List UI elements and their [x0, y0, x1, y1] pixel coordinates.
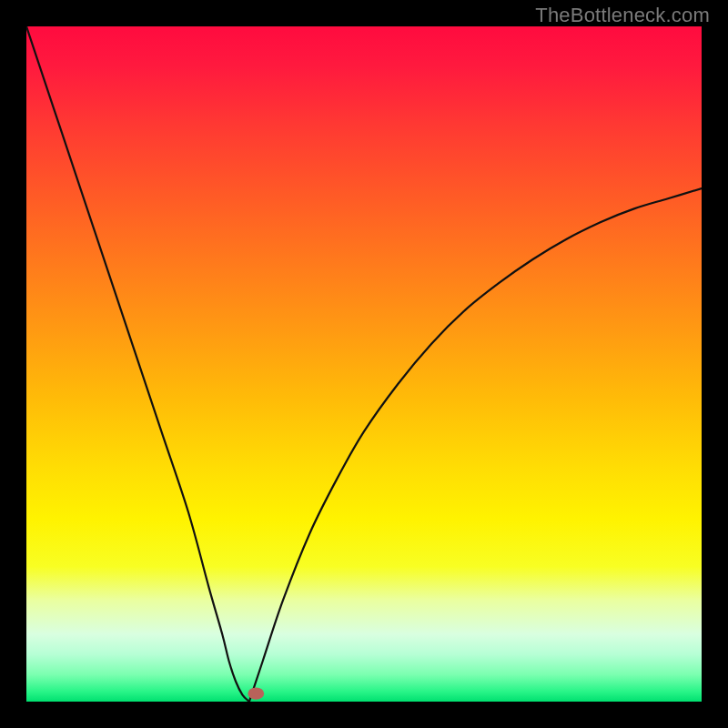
chart-background	[26, 26, 702, 702]
minimum-marker	[248, 687, 264, 699]
chart-plot	[26, 26, 702, 702]
chart-frame: TheBottleneck.com	[0, 0, 728, 728]
watermark-text: TheBottleneck.com	[535, 4, 710, 27]
